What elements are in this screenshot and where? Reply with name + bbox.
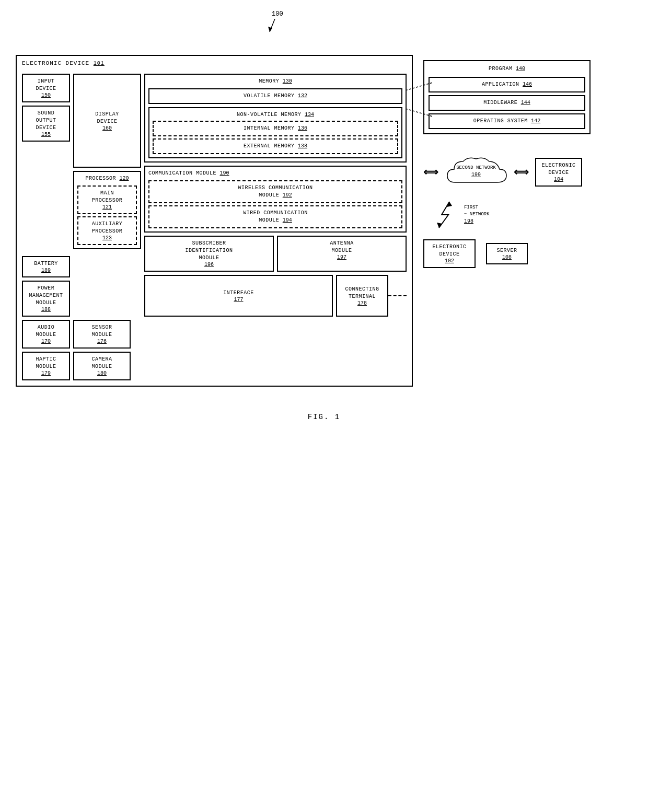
- auxiliary-processor-label: AUXILIARYPROCESSOR: [83, 221, 132, 235]
- interface-label: INTERFACE: [223, 289, 254, 297]
- input-device-label: INPUTDEVICE: [27, 78, 65, 92]
- audio-module-ref: 170: [27, 339, 65, 344]
- connecting-terminal-box: CONNECTINGTERMINAL 178: [336, 275, 388, 317]
- sound-output-ref: 155: [27, 132, 65, 137]
- middleware-ref: 144: [521, 100, 530, 106]
- subscriber-label: SUBSCRIBERIDENTIFICATIONMODULE: [149, 240, 269, 262]
- second-network-row: ⟺ SECOND NETWORK 199 ⟺ ELECTRONICDEVICE: [423, 151, 632, 193]
- server-ref: 108: [491, 254, 523, 260]
- memory-to-program-connector: [406, 80, 433, 122]
- middleware-label: MIDDLEWARE: [483, 100, 521, 106]
- volatile-memory-label: VOLATILE MEMORY: [244, 93, 298, 99]
- main-processor-label: MAINPROCESSOR: [83, 190, 132, 204]
- lightning-bolt-svg: [434, 199, 460, 230]
- processor-label: PROCESSOR: [85, 176, 119, 181]
- volatile-memory-ref: 132: [298, 93, 307, 99]
- first-network-area: FIRST ~ NETWORK 198: [423, 199, 632, 230]
- program-ref: 140: [516, 66, 525, 72]
- double-arrow-left: ⟺: [423, 166, 438, 179]
- camera-module-label: CAMERAMODULE: [78, 356, 125, 370]
- internal-memory-box: INTERNAL MEMORY 136: [153, 121, 398, 136]
- wireless-comm-box: WIRELESS COMMUNICATIONMODULE 192: [148, 180, 402, 203]
- power-management-box: POWERMANAGEMENTMODULE 188: [22, 281, 70, 317]
- haptic-module-box: HAPTICMODULE 179: [22, 352, 70, 380]
- ref-100-arrow: [267, 19, 283, 34]
- comm-module-label: COMMUNICATION MODULE: [148, 170, 220, 176]
- display-device-box: DISPLAYDEVICE 160: [73, 74, 141, 168]
- second-network-cloud: SECOND NETWORK 199: [445, 151, 507, 193]
- first-network-label: FIRST ~ NETWORK 198: [464, 204, 490, 225]
- external-memory-label: EXTERNAL MEMORY: [244, 143, 298, 149]
- external-area: PROGRAM 140 APPLICATION 146 MIDDLEWARE 1…: [423, 55, 632, 387]
- bottom-external-row: ELECTRONICDEVICE 102 SERVER 108: [423, 239, 632, 268]
- power-management-ref: 188: [27, 307, 65, 312]
- server-box: SERVER 108: [486, 243, 528, 264]
- external-memory-ref: 138: [298, 143, 307, 149]
- antenna-ref: 197: [282, 254, 401, 260]
- connecting-terminal-line: [388, 295, 407, 296]
- volatile-memory-box: VOLATILE MEMORY 132: [148, 88, 402, 104]
- non-volatile-ref: 134: [305, 112, 314, 118]
- sound-output-label: SOUNDOUTPUTDEVICE: [27, 110, 65, 132]
- power-management-label: POWERMANAGEMENTMODULE: [27, 285, 65, 307]
- comm-module-ref: 190: [220, 170, 229, 176]
- haptic-module-ref: 179: [27, 370, 65, 376]
- battery-label: BATTERY: [27, 260, 65, 268]
- operating-system-ref: 142: [531, 118, 540, 124]
- application-label: APPLICATION: [482, 82, 523, 87]
- svg-line-3: [406, 109, 433, 117]
- application-ref: 146: [523, 82, 532, 87]
- ed102-ref: 102: [429, 258, 470, 264]
- electronic-device-102-box: ELECTRONICDEVICE 102: [423, 239, 476, 268]
- sensor-module-ref: 176: [78, 339, 125, 344]
- camera-module-ref: 180: [78, 370, 125, 376]
- main-processor-box: MAINPROCESSOR 121: [77, 185, 137, 214]
- first-network-row: FIRST ~ NETWORK 198: [434, 199, 490, 230]
- wireless-comm-label: WIRELESS COMMUNICATIONMODULE: [238, 185, 313, 198]
- svg-line-2: [406, 83, 433, 90]
- battery-ref: 189: [27, 268, 65, 273]
- sound-output-box: SOUNDOUTPUTDEVICE 155: [22, 106, 70, 142]
- input-device-box: INPUTDEVICE 150: [22, 74, 70, 102]
- connecting-terminal-label: CONNECTINGTERMINAL: [345, 286, 379, 300]
- server-label: SERVER: [491, 247, 523, 254]
- connecting-terminal-wrapper: CONNECTINGTERMINAL 178: [336, 275, 407, 317]
- wired-comm-label: WIRED COMMUNICATIONMODULE: [243, 210, 308, 223]
- operating-system-box: OPERATING SYSTEM 142: [429, 113, 585, 129]
- ed104-label: ELECTRONICDEVICE: [540, 162, 577, 177]
- double-arrow-right: ⟺: [514, 166, 529, 179]
- input-device-ref: 150: [27, 92, 65, 98]
- electronic-device-label: ELECTRONIC DEVICE 101: [22, 60, 105, 66]
- memory-ref: 130: [283, 78, 292, 84]
- antenna-label: ANTENNAMODULE: [282, 240, 401, 254]
- interface-box: INTERFACE 177: [144, 275, 333, 317]
- wired-comm-box: WIRED COMMUNICATIONMODULE 194: [148, 205, 402, 228]
- display-device-label: DISPLAYDEVICE: [95, 111, 119, 125]
- application-box: APPLICATION 146: [429, 77, 585, 92]
- memory-label: MEMORY: [259, 78, 283, 84]
- operating-system-label: OPERATING SYSTEM: [473, 118, 531, 124]
- auxiliary-processor-ref: 123: [83, 235, 132, 241]
- ed104-ref: 104: [540, 177, 577, 182]
- sensor-module-label: SENSORMODULE: [78, 324, 125, 339]
- internal-memory-ref: 136: [298, 125, 307, 131]
- processor-ref: 120: [120, 176, 129, 181]
- processor-section: PROCESSOR 120 MAINPROCESSOR 121 AUXILIAR…: [73, 171, 141, 249]
- program-box: PROGRAM 140 APPLICATION 146 MIDDLEWARE 1…: [423, 60, 591, 134]
- subscriber-ref: 196: [149, 262, 269, 268]
- electronic-device-box: ELECTRONIC DEVICE 101 INPUTDEVICE 150 SO…: [16, 55, 413, 387]
- memory-section: MEMORY 130 VOLATILE MEMORY 132 NON-VOLAT…: [144, 74, 407, 163]
- camera-module-box: CAMERAMODULE 180: [73, 352, 131, 380]
- battery-box: BATTERY 189: [22, 256, 70, 277]
- auxiliary-processor-box: AUXILIARYPROCESSOR 123: [77, 216, 137, 245]
- external-memory-box: EXTERNAL MEMORY 138: [153, 138, 398, 154]
- audio-module-box: AUDIOMODULE 170: [22, 320, 70, 349]
- ref-100-label: 100: [272, 10, 283, 36]
- wired-comm-ref: 194: [283, 217, 292, 223]
- display-device-ref: 160: [102, 125, 112, 131]
- haptic-module-label: HAPTICMODULE: [27, 356, 65, 370]
- communication-module-section: COMMUNICATION MODULE 190 WIRELESS COMMUN…: [144, 166, 407, 233]
- internal-memory-label: INTERNAL MEMORY: [244, 125, 298, 131]
- audio-module-label: AUDIOMODULE: [27, 324, 65, 339]
- program-label: PROGRAM: [489, 66, 516, 72]
